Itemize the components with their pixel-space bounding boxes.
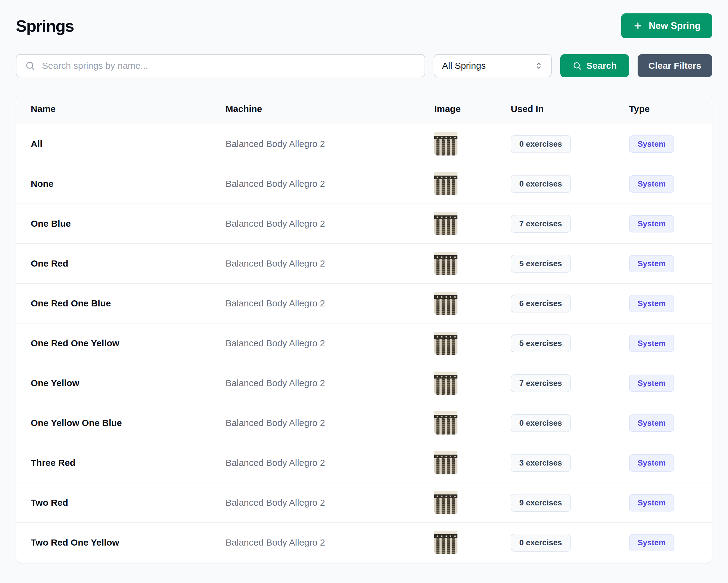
- machine-filter-selected-value: All Springs: [442, 60, 486, 71]
- type-badge: System: [629, 494, 674, 511]
- spring-machine: Balanced Body Allegro 2: [226, 298, 325, 308]
- spring-thumbnail-image: [434, 372, 458, 395]
- type-badge: System: [629, 375, 674, 392]
- spring-name: One Blue: [31, 218, 71, 229]
- clear-filters-button[interactable]: Clear Filters: [638, 54, 712, 77]
- type-badge: System: [629, 135, 674, 153]
- used-in-badge: 0 exercises: [511, 534, 570, 552]
- type-badge: System: [629, 255, 674, 272]
- table-row[interactable]: Two Red Balanced Body Allegro 2 9 exerci…: [16, 483, 712, 523]
- spring-machine: Balanced Body Allegro 2: [226, 179, 325, 189]
- type-badge: System: [629, 295, 674, 312]
- page-title: Springs: [16, 17, 74, 35]
- spring-thumbnail-image: [434, 252, 458, 275]
- table-row[interactable]: One Yellow One Blue Balanced Body Allegr…: [16, 403, 712, 443]
- spring-name: Two Red: [31, 498, 68, 507]
- type-badge: System: [629, 335, 674, 352]
- spring-name: All: [31, 139, 42, 149]
- machine-filter-dropdown[interactable]: All Springs: [434, 54, 552, 77]
- search-icon: [25, 60, 35, 71]
- spring-name: One Yellow One Blue: [31, 418, 122, 428]
- used-in-badge: 5 exercises: [511, 335, 570, 352]
- used-in-badge: 0 exercises: [511, 135, 570, 153]
- spring-machine: Balanced Body Allegro 2: [226, 378, 325, 388]
- filter-bar: All Springs Search Clear Filters: [16, 54, 712, 77]
- used-in-badge: 7 exercises: [511, 374, 570, 392]
- type-badge: System: [629, 415, 674, 432]
- spring-machine: Balanced Body Allegro 2: [226, 139, 325, 149]
- table-body: All Balanced Body Allegro 2 0 exercises …: [16, 124, 712, 563]
- spring-machine: Balanced Body Allegro 2: [226, 537, 325, 548]
- plus-icon: [633, 21, 643, 31]
- spring-thumbnail-image: [434, 172, 458, 195]
- spring-name: Three Red: [31, 458, 76, 468]
- column-header-type: Type: [615, 94, 712, 124]
- spring-thumbnail-image: [434, 292, 458, 315]
- new-spring-button[interactable]: New Spring: [621, 14, 712, 38]
- used-in-badge: 5 exercises: [511, 255, 570, 273]
- table-row[interactable]: One Red Balanced Body Allegro 2 5 exerci…: [16, 244, 712, 284]
- spring-name: One Yellow: [31, 378, 79, 388]
- table-row[interactable]: One Red One Blue Balanced Body Allegro 2…: [16, 284, 712, 323]
- column-header-used-in: Used In: [496, 94, 615, 124]
- used-in-badge: 9 exercises: [511, 494, 570, 512]
- chevron-up-down-icon: [534, 61, 543, 70]
- table-row[interactable]: Two Red One Yellow Balanced Body Allegro…: [16, 523, 712, 563]
- clear-filters-button-label: Clear Filters: [649, 60, 701, 71]
- type-badge: System: [629, 454, 674, 472]
- table-header-row: Name Machine Image Used In Type: [16, 94, 712, 124]
- search-box: [16, 54, 425, 77]
- search-button-label: Search: [587, 60, 617, 71]
- spring-thumbnail-image: [434, 451, 458, 474]
- type-badge: System: [629, 215, 674, 233]
- springs-page: Springs New Spring All Springs: [0, 0, 728, 583]
- springs-table-card: Name Machine Image Used In Type All Bala…: [16, 94, 712, 563]
- spring-thumbnail-image: [434, 531, 458, 554]
- spring-machine: Balanced Body Allegro 2: [226, 258, 325, 268]
- table-row[interactable]: One Blue Balanced Body Allegro 2 7 exerc…: [16, 204, 712, 244]
- spring-thumbnail-image: [434, 412, 458, 434]
- spring-name: Two Red One Yellow: [31, 537, 119, 548]
- table-row[interactable]: One Red One Yellow Balanced Body Allegro…: [16, 323, 712, 363]
- column-header-name: Name: [16, 94, 211, 124]
- page-header: Springs New Spring: [16, 14, 712, 38]
- spring-machine: Balanced Body Allegro 2: [226, 218, 325, 229]
- column-header-machine: Machine: [211, 94, 420, 124]
- table-row[interactable]: Three Red Balanced Body Allegro 2 3 exer…: [16, 443, 712, 483]
- table-row[interactable]: None Balanced Body Allegro 2 0 exercises…: [16, 164, 712, 204]
- column-header-image: Image: [420, 94, 496, 124]
- used-in-badge: 6 exercises: [511, 295, 570, 313]
- used-in-badge: 7 exercises: [511, 215, 570, 233]
- type-badge: System: [629, 175, 674, 193]
- table-row[interactable]: All Balanced Body Allegro 2 0 exercises …: [16, 124, 712, 164]
- search-input[interactable]: [42, 60, 416, 71]
- spring-thumbnail-image: [434, 332, 458, 355]
- spring-machine: Balanced Body Allegro 2: [226, 338, 325, 348]
- table-row[interactable]: One Yellow Balanced Body Allegro 2 7 exe…: [16, 363, 712, 403]
- new-spring-button-label: New Spring: [649, 20, 701, 31]
- spring-thumbnail-image: [434, 212, 458, 235]
- spring-machine: Balanced Body Allegro 2: [226, 418, 325, 428]
- spring-machine: Balanced Body Allegro 2: [226, 458, 325, 468]
- used-in-badge: 0 exercises: [511, 175, 570, 193]
- spring-name: One Red One Blue: [31, 298, 111, 308]
- spring-name: One Red One Yellow: [31, 338, 119, 348]
- spring-thumbnail-image: [434, 491, 458, 514]
- spring-name: One Red: [31, 258, 68, 268]
- search-button[interactable]: Search: [560, 54, 629, 77]
- used-in-badge: 0 exercises: [511, 414, 570, 432]
- search-icon: [572, 61, 581, 70]
- type-badge: System: [629, 534, 674, 551]
- spring-thumbnail-image: [434, 132, 458, 156]
- springs-table: Name Machine Image Used In Type All Bala…: [16, 94, 712, 563]
- spring-name: None: [31, 179, 54, 189]
- spring-machine: Balanced Body Allegro 2: [226, 498, 325, 507]
- used-in-badge: 3 exercises: [511, 454, 570, 472]
